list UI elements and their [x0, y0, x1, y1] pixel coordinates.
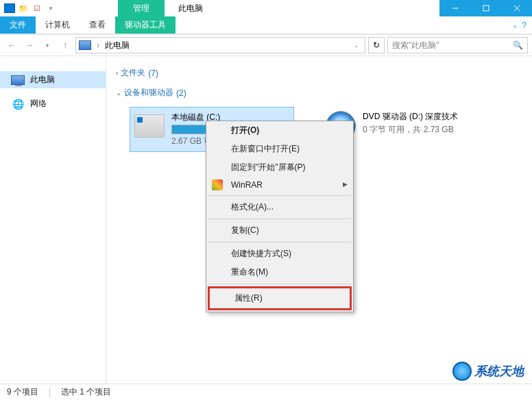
drive-info: DVD 驱动器 (D:) 深度技术 0 字节 可用，共 2.73 GB [363, 111, 482, 148]
ctx-label: WinRAR [231, 180, 263, 190]
breadcrumb-location[interactable]: 此电脑 [105, 40, 130, 51]
window-title: 此电脑 [165, 0, 217, 16]
ctx-properties[interactable]: 属性(R) [210, 288, 350, 308]
titlebar-left: 📁 ☑ ▼ [0, 0, 56, 16]
status-bar: 9 个项目 选中 1 个项目 [0, 384, 532, 400]
group-count: (7) [148, 68, 158, 78]
maximize-button[interactable] [470, 0, 501, 16]
system-icon[interactable] [4, 3, 15, 13]
ribbon-expand-icon[interactable]: ⌄ [512, 21, 518, 29]
nav-back-button[interactable]: ← [4, 38, 19, 53]
navigation-bar: ← → ▾ ↑ › 此电脑 ⌄ ↻ 搜索"此电脑" 🔍 [0, 34, 532, 56]
search-icon: 🔍 [513, 40, 523, 50]
search-placeholder: 搜索"此电脑" [392, 40, 439, 51]
ctx-separator [208, 242, 352, 242]
nav-forward-button[interactable]: → [22, 38, 37, 53]
address-bar[interactable]: › 此电脑 ⌄ [75, 37, 365, 53]
ctx-format[interactable]: 格式化(A)... [206, 198, 353, 216]
search-box[interactable]: 搜索"此电脑" 🔍 [387, 37, 528, 53]
drive-free-space: 0 字节 可用，共 2.73 GB [363, 124, 482, 136]
status-item-count: 9 个项目 [7, 386, 38, 398]
this-pc-icon [79, 40, 91, 50]
ctx-separator [208, 195, 352, 196]
ctx-separator [208, 284, 352, 284]
ribbon: 文件 计算机 查看 驱动器工具 ⌄ ? [0, 16, 532, 34]
status-selected-count: 选中 1 个项目 [61, 386, 111, 398]
ctx-separator [208, 218, 352, 219]
ribbon-tab-file[interactable]: 文件 [0, 16, 36, 34]
ribbon-tab-drive-tools[interactable]: 驱动器工具 [115, 16, 176, 34]
breadcrumb-chevron-icon[interactable]: › [94, 40, 102, 50]
minimize-button[interactable] [439, 0, 470, 16]
quick-access-folder-icon[interactable]: 📁 [18, 3, 29, 14]
ctx-properties-highlight: 属性(R) [208, 286, 352, 310]
group-header-folders[interactable]: › 文件夹 (7) [116, 63, 522, 83]
group-header-devices[interactable]: ⌄ 设备和驱动器 (2) [116, 83, 522, 103]
ctx-open-new-window[interactable]: 在新窗口中打开(E) [206, 140, 353, 158]
ctx-open[interactable]: 打开(O) [206, 121, 353, 140]
group-label: 设备和驱动器 [124, 87, 173, 99]
sidebar-item-this-pc[interactable]: 此电脑 [0, 71, 106, 88]
window-controls [439, 0, 532, 16]
ctx-copy[interactable]: 复制(C) [206, 221, 353, 240]
refresh-button[interactable]: ↻ [368, 37, 385, 53]
sidebar-item-label: 网络 [30, 98, 47, 110]
address-dropdown-icon[interactable]: ⌄ [351, 42, 362, 49]
this-pc-icon [11, 75, 25, 85]
group-count: (2) [176, 88, 186, 98]
ctx-pin-start[interactable]: 固定到"开始"屏幕(P) [206, 158, 353, 177]
status-separator [49, 388, 50, 397]
ctx-create-shortcut[interactable]: 创建快捷方式(S) [206, 245, 353, 263]
network-icon: 🌐 [11, 99, 25, 110]
watermark-globe-icon [452, 362, 472, 381]
quick-access-checkbox-icon[interactable]: ☑ [32, 3, 43, 14]
ctx-rename[interactable]: 重命名(M) [206, 263, 353, 282]
watermark-text: 系统天地 [474, 363, 524, 379]
nav-recent-dropdown[interactable]: ▾ [40, 38, 55, 53]
ribbon-context-tab: 管理 [118, 0, 165, 16]
ribbon-tab-computer[interactable]: 计算机 [36, 16, 80, 34]
ribbon-right: ⌄ ? [512, 16, 532, 34]
winrar-icon [212, 179, 223, 190]
hdd-icon [134, 114, 165, 138]
quick-access-dropdown-icon[interactable]: ▼ [45, 3, 56, 14]
sidebar-item-network[interactable]: 🌐 网络 [0, 95, 106, 112]
navigation-pane: 此电脑 🌐 网络 [0, 56, 106, 384]
title-bar: 📁 ☑ ▼ 管理 此电脑 [0, 0, 532, 16]
ribbon-tab-view[interactable]: 查看 [80, 16, 115, 34]
ctx-winrar[interactable]: WinRAR [206, 177, 353, 193]
svg-rect-1 [483, 5, 489, 11]
chevron-right-icon: › [116, 69, 118, 77]
close-button[interactable] [501, 0, 532, 16]
group-label: 文件夹 [121, 67, 145, 79]
chevron-down-icon: ⌄ [116, 89, 121, 97]
sidebar-item-label: 此电脑 [30, 74, 55, 86]
drive-name: DVD 驱动器 (D:) 深度技术 [363, 111, 482, 123]
watermark: 系统天地 [452, 362, 524, 381]
nav-up-button[interactable]: ↑ [58, 38, 73, 53]
ribbon-help-icon[interactable]: ? [522, 21, 527, 30]
context-menu: 打开(O) 在新窗口中打开(E) 固定到"开始"屏幕(P) WinRAR 格式化… [206, 121, 354, 312]
